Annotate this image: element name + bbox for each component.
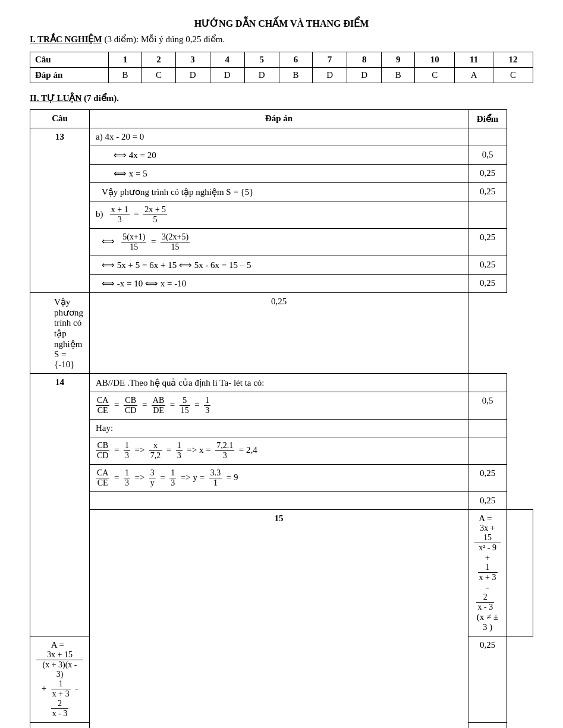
q13-b-intro: b) x + 1 3 = 2x + 5 5 <box>90 201 468 229</box>
mc-ans-1: B <box>108 68 141 83</box>
section2-desc: (7 điểm). <box>81 93 119 103</box>
mc-ans-7: D <box>313 68 347 83</box>
q13-a-step1: ⟺ 4x = 20 <box>90 146 468 165</box>
q14-row4: CB CD = 1 3 => x 7,2 = 1 3 = <box>30 437 533 465</box>
mc-ans-12: C <box>493 68 533 83</box>
q15-score1: 0,25 <box>468 636 507 723</box>
q13-b-step1: ⟺ 5(x+1) 15 = 3(2x+5) 15 <box>90 229 468 256</box>
mc-ans-2: C <box>142 68 175 83</box>
q13-row-a2: ⟺ 4x = 20 0,5 <box>30 146 533 165</box>
q14-hay: Hay: <box>90 420 468 437</box>
q13-row-b4: ⟺ -x = 10 ⟺ x = -10 0,25 <box>30 275 533 293</box>
mc-ans-8: D <box>347 68 382 83</box>
q13-b-score3: 0,25 <box>468 275 507 293</box>
q13-b-conclusion: Vậy phương trình có tập nghiệm S = {-10} <box>30 293 90 374</box>
section1-desc: (3 điểm): Mỗi ý đúng 0,25 điểm. <box>102 34 225 44</box>
q14-score3 <box>468 437 507 465</box>
q14-score1: 0,5 <box>468 392 507 420</box>
mc-header-10: 10 <box>415 52 455 68</box>
mc-header-11: 11 <box>455 52 493 68</box>
q13-row-a4: Vậy phương trình có tập nghiệm S = {5} 0… <box>30 183 533 201</box>
mc-header-9: 9 <box>382 52 415 68</box>
mc-header-6: 6 <box>279 52 312 68</box>
mc-header-4: 4 <box>210 52 244 68</box>
q14-ca-ce: CA CE = 1 3 => 3 y = 1 3 => <box>90 465 468 492</box>
section1-header: I. TRẮC NGHIỆM (3 điểm): Mỗi ý đúng 0,25… <box>30 34 533 45</box>
q15-score2: 0,25 <box>468 723 507 729</box>
q13-b-step3: ⟺ -x = 10 ⟺ x = -10 <box>90 275 468 293</box>
mc-header-12: 12 <box>493 52 533 68</box>
q15-step1: A = 3x + 15 (x + 3)(x - 3) + 1 x + 3 - 2… <box>30 636 90 723</box>
mc-header-3: 3 <box>175 52 210 68</box>
q13-b-score4: 0,25 <box>90 293 468 374</box>
q15-num: 15 <box>90 510 468 729</box>
q15-row1: 15 A = 3x + 15 x² - 9 + 1 x + 3 - 2 x - … <box>30 510 533 636</box>
q14-row5: CA CE = 1 3 => 3 y = 1 3 => <box>30 465 533 492</box>
q13-a-intro: a) 4x - 20 = 0 <box>90 128 468 146</box>
mc-ans-6: B <box>279 68 312 83</box>
essay-th-dapan: Đáp án <box>90 110 468 128</box>
q14-num: 14 <box>30 374 90 636</box>
q13-row-b2: ⟺ 5(x+1) 15 = 3(2x+5) 15 0,25 <box>30 229 533 256</box>
q13-b-score2: 0,25 <box>468 256 507 275</box>
mc-header-7: 7 <box>313 52 347 68</box>
q15-step2: A = 3x + 15 + x - 3 - 2x - 6 (x + 3)(x -… <box>30 723 90 729</box>
main-title: HƯỚNG DẪN CHẤM VÀ THANG ĐIỂM <box>30 18 533 29</box>
section2-header: II. TỰ LUẬN (7 điểm). <box>30 93 533 103</box>
q13-row-b5: Vậy phương trình có tập nghiệm S = {-10}… <box>30 293 533 374</box>
q14-cb-cd: CB CD = 1 3 => x 7,2 = 1 3 = <box>90 437 468 465</box>
q14-score0 <box>468 374 507 392</box>
q14-score2 <box>468 420 507 437</box>
q13-row-b3: ⟺ 5x + 5 = 6x + 15 ⟺ 5x - 6x = 15 – 5 0,… <box>30 256 533 275</box>
q13-a-score2: 0,25 <box>468 165 507 183</box>
q13-b-score1: 0,25 <box>468 229 507 256</box>
mc-header-8: 8 <box>347 52 382 68</box>
q13-a-step2: ⟺ x = 5 <box>90 165 468 183</box>
q15-def: A = 3x + 15 x² - 9 + 1 x + 3 - 2 x - 3 (… <box>468 510 507 636</box>
q14-row1: 14 AB//DE .Theo hệ quả của định lí Ta- l… <box>30 374 533 392</box>
mc-ans-10: C <box>415 68 455 83</box>
mc-row-label: Đáp án <box>30 68 109 83</box>
essay-th-cau: Câu <box>30 110 90 128</box>
q14-score5: 0,25 <box>468 492 507 510</box>
q14-intro: AB//DE .Theo hệ quả của định lí Ta- lét … <box>90 374 468 392</box>
mc-header-2: 2 <box>142 52 175 68</box>
q14-ratio: CA CE = CB CD = AB DE = 5 15 <box>90 392 468 420</box>
mc-ans-11: A <box>455 68 493 83</box>
q13-b-step2: ⟺ 5x + 5 = 6x + 15 ⟺ 5x - 6x = 15 – 5 <box>90 256 468 275</box>
section2-label: II. TỰ LUẬN <box>30 93 81 103</box>
mc-header-cau: Câu <box>30 52 109 68</box>
q15-score0 <box>507 510 533 636</box>
q14-score4: 0,25 <box>468 465 507 492</box>
q14-row2: CA CE = CB CD = AB DE = 5 15 <box>30 392 533 420</box>
q13-row-a3: ⟺ x = 5 0,25 <box>30 165 533 183</box>
q13-b-score0 <box>468 201 507 229</box>
q13-row-b1: b) x + 1 3 = 2x + 5 5 <box>30 201 533 229</box>
q13-a-score3: 0,25 <box>468 183 507 201</box>
mc-ans-9: B <box>382 68 415 83</box>
q13-num: 13 <box>30 128 90 293</box>
mc-header-1: 1 <box>108 52 141 68</box>
essay-th-diem: Điểm <box>468 110 507 128</box>
mc-table: Câu 1 2 3 4 5 6 7 8 9 10 11 12 Đáp án B … <box>30 52 533 83</box>
q13-a-score1: 0,5 <box>468 146 507 165</box>
mc-header-5: 5 <box>244 52 279 68</box>
section1-label: I. TRẮC NGHIỆM <box>30 34 102 44</box>
essay-table-full: Câu Đáp án Điểm 13 a) 4x - 20 = 0 ⟺ 4x =… <box>30 109 533 728</box>
q13-row-a1: 13 a) 4x - 20 = 0 <box>30 128 533 146</box>
q13-a-score0 <box>468 128 507 146</box>
q14-row3: Hay: <box>30 420 533 437</box>
mc-ans-3: D <box>175 68 210 83</box>
q14-row6: 0,25 <box>30 492 533 510</box>
q13-a-conclusion: Vậy phương trình có tập nghiệm S = {5} <box>90 183 468 201</box>
mc-ans-4: D <box>210 68 244 83</box>
q14-blank <box>90 492 468 510</box>
mc-ans-5: D <box>244 68 279 83</box>
